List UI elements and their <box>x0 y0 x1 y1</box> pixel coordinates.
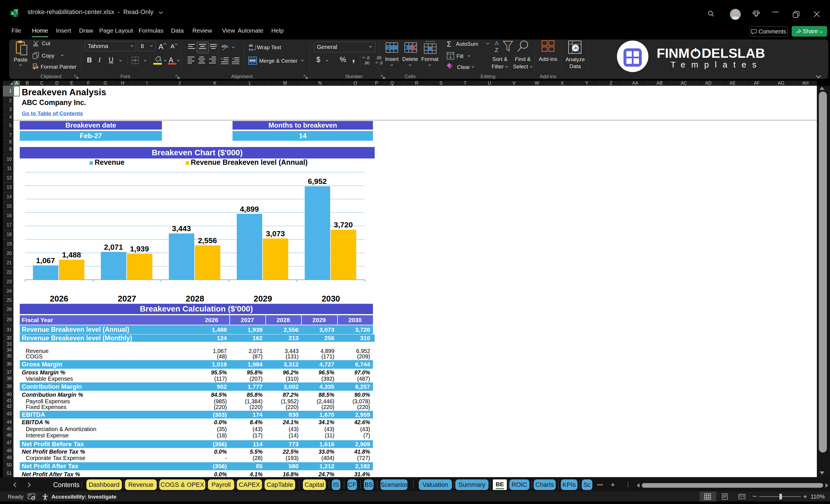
svg-text:Z: Z <box>495 47 498 53</box>
svg-text:.0: .0 <box>379 61 383 65</box>
svg-text:.00: .00 <box>376 56 382 60</box>
svg-text:A: A <box>495 40 499 46</box>
svg-text:.0: .0 <box>366 56 370 60</box>
svg-text:x: x <box>11 11 14 15</box>
svg-text:.00: .00 <box>364 61 370 65</box>
svg-text:c: c <box>249 48 251 51</box>
svg-text:ab: ab <box>249 44 253 48</box>
